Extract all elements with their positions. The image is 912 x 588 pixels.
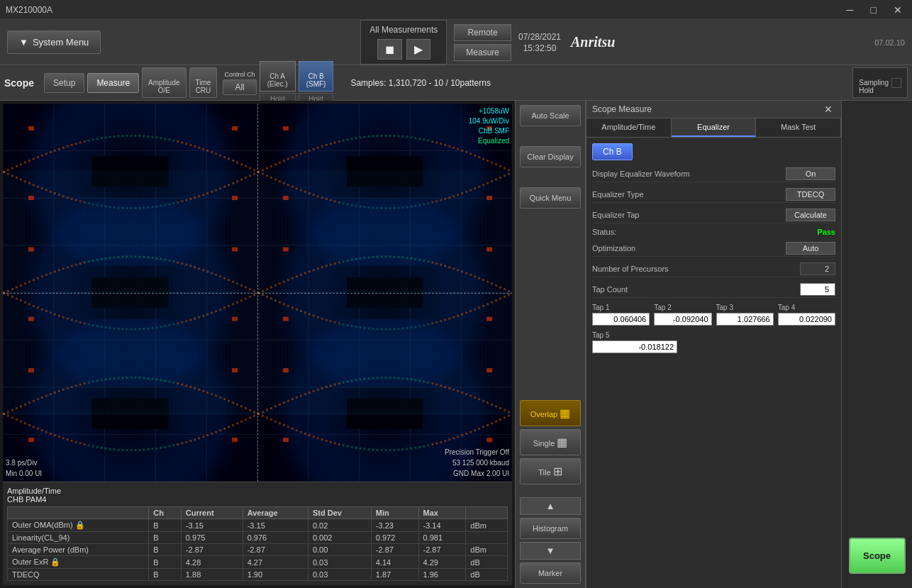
meas-table-subtitle: CHB PAM4: [7, 495, 508, 504]
row-name: TDECQ: [8, 569, 149, 581]
tap-count-label: Tap Count: [592, 285, 800, 294]
status-label: Status:: [592, 228, 817, 236]
histogram-button[interactable]: Histogram: [520, 518, 581, 539]
all-measurements-control: All Measurements ◼ ▶: [360, 20, 447, 65]
scope-button[interactable]: Scope: [849, 538, 906, 574]
eye-bottom-right-info: Precision Trigger Off 53 125 000 kbaud G…: [445, 447, 509, 479]
maximize-button[interactable]: □: [867, 3, 881, 17]
tap1-input[interactable]: [592, 313, 650, 326]
quick-menu-button[interactable]: Quick Menu: [520, 187, 581, 209]
scroll-down-button[interactable]: ▼: [520, 542, 581, 560]
time-tab-button[interactable]: Time CRU: [189, 67, 218, 98]
overlay-line4: Equalized: [469, 136, 509, 146]
system-menu-button[interactable]: ▼ System Menu: [7, 30, 101, 54]
clear-display-button[interactable]: Clear Display: [520, 146, 581, 167]
row-average: 0.976: [243, 532, 308, 544]
single-icon: ▦: [557, 436, 567, 448]
anritsu-logo: Anritsu: [571, 34, 615, 50]
row-min: 1.87: [371, 569, 418, 581]
panel-close-button[interactable]: ✕: [821, 104, 835, 115]
tap4-label: Tap 4: [778, 304, 835, 311]
tap5-input[interactable]: [592, 340, 677, 353]
col-name: [8, 507, 149, 519]
crosshair-horizontal: [3, 293, 512, 294]
row-min: -2.87: [371, 544, 418, 556]
scrollbar-right: [872, 101, 883, 538]
display-equalizer-row: Display Equalizer Waveform On: [592, 166, 835, 182]
trigger-label: Precision Trigger Off: [445, 447, 509, 457]
tab-amplitude-time[interactable]: Amplitude/Time: [586, 118, 672, 137]
measure-top-button[interactable]: Measure: [454, 44, 511, 61]
equalizer-tap-label: Equalizer Tap: [592, 211, 786, 219]
prev-measurement-button[interactable]: ◼: [377, 39, 402, 60]
row-max: -2.87: [418, 544, 466, 556]
optimization-row: Optimization Auto: [592, 240, 835, 257]
row-average: -2.87: [243, 544, 308, 556]
tab-mask-test[interactable]: Mask Test: [756, 118, 841, 137]
setup-tab-button[interactable]: Setup: [44, 73, 84, 93]
status-row: Status: Pass: [592, 228, 835, 236]
row-min: 4.14: [371, 556, 418, 569]
tap3-input[interactable]: [716, 313, 774, 326]
ch-b-select-button[interactable]: Ch B: [592, 143, 633, 160]
overlap-button[interactable]: Overlap ▦: [520, 400, 581, 426]
display-equalizer-label: Display Equalizer Waveform: [592, 170, 786, 178]
auto-scale-button[interactable]: Auto Scale: [520, 105, 581, 126]
row-unit: dB: [466, 569, 508, 581]
tile-button[interactable]: Tile ⊞: [520, 458, 581, 484]
measurement-buttons: ◼ ▶: [377, 39, 430, 60]
overlap-icon: ▦: [560, 407, 570, 419]
baud-label: 53 125 000 kbaud: [445, 457, 509, 468]
panel-header: Scope Measure ✕: [586, 101, 841, 118]
tap5-item: Tap 5: [592, 331, 677, 353]
tap5-label: Tap 5: [592, 331, 677, 339]
ch-a-button[interactable]: Ch A (Elec.): [260, 61, 296, 91]
remote-button[interactable]: Remote: [454, 24, 511, 41]
precursors-label: Number of Precursors: [592, 265, 800, 273]
window-controls: ─ □ ✕: [843, 3, 906, 17]
ch-b-buttons-group: Ch B (SMF) Hold: [299, 61, 334, 105]
optimization-value[interactable]: Auto: [786, 242, 835, 255]
main-toolbar: ▼ System Menu All Measurements ◼ ▶ Remot…: [0, 20, 912, 65]
status-value: Pass: [817, 228, 835, 236]
single-button[interactable]: Single ▦: [520, 429, 581, 455]
equalizer-tap-value[interactable]: Calculate: [786, 209, 835, 221]
scroll-up-button[interactable]: ▲: [520, 497, 581, 515]
middle-controls: Auto Scale Clear Display Quick Menu Over…: [515, 101, 586, 588]
tap2-input[interactable]: [654, 313, 711, 326]
precursors-input[interactable]: [800, 262, 835, 275]
tile-icon: ⊞: [553, 465, 562, 477]
next-measurement-button[interactable]: ▶: [406, 39, 430, 60]
tap-count-input[interactable]: [800, 283, 835, 296]
marker-button[interactable]: Marker: [520, 562, 581, 584]
tab-equalizer[interactable]: Equalizer: [672, 118, 757, 137]
samples-info: Samples: 1,310,720 - 10 / 10patterns: [350, 78, 490, 88]
table-row: Outer ExR 🔒 B 4.28 4.27 0.03 4.14 4.29 d…: [8, 556, 508, 569]
display-equalizer-value[interactable]: On: [786, 167, 835, 180]
minimize-button[interactable]: ─: [843, 3, 858, 17]
col-average: Average: [243, 507, 308, 519]
equalizer-type-row: Equalizer Type TDECQ: [592, 187, 835, 203]
measure-tab-button[interactable]: Measure: [87, 73, 139, 93]
taps-grid: Tap 1 Tap 2 Tap 3 Tap 4: [592, 304, 835, 326]
measurements-table: Ch Current Average Std Dev Min Max Outer…: [7, 506, 508, 581]
table-row: Linearity(CL_94) B 0.975 0.976 0.002 0.9…: [8, 532, 508, 544]
row-name: Outer OMA(dBm) 🔒: [8, 519, 149, 532]
amplitude-tab-button[interactable]: Amplitude O/E: [142, 67, 186, 98]
col-current: Current: [181, 507, 243, 519]
ps-div-label: 3.8 ps/Div: [6, 457, 42, 468]
row-min: -3.23: [371, 519, 418, 532]
equalizer-type-value[interactable]: TDECQ: [786, 188, 835, 201]
row-current: -2.87: [181, 544, 243, 556]
tap4-input[interactable]: [778, 313, 835, 326]
scope-label: Scope: [4, 77, 34, 89]
equalizer-tap-row: Equalizer Tap Calculate: [592, 207, 835, 223]
meas-table-title: Amplitude/Time: [7, 487, 508, 495]
version-display: 07.02.10: [874, 38, 905, 47]
ch-b-button[interactable]: Ch B (SMF): [299, 61, 334, 91]
all-ch-button[interactable]: All: [223, 79, 256, 95]
eye-diagram: +1058uW 104.9uW/Div ChB SMF Equalized 3.…: [3, 104, 512, 482]
titlebar: MX210000A ─ □ ✕: [0, 0, 912, 20]
close-button[interactable]: ✕: [889, 3, 906, 17]
table-row: Outer OMA(dBm) 🔒 B -3.15 -3.15 0.02 -3.2…: [8, 519, 508, 532]
